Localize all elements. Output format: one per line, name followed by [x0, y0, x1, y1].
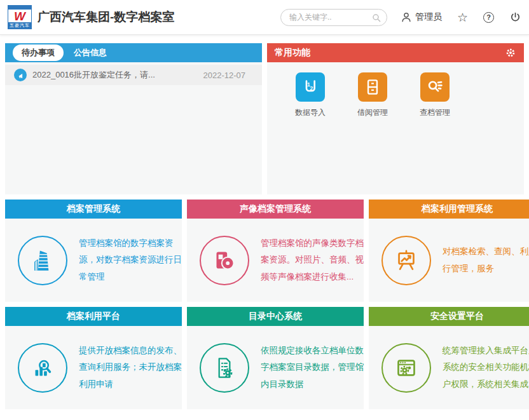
notice-list-item[interactable]: 2022_0016批开放鉴定任务，请... 2022-12-07 [5, 65, 262, 85]
wuling-w-icon: W [8, 10, 31, 22]
user-icon [400, 11, 413, 24]
todo-panel-header: 待办事项 公告信息 [5, 43, 262, 62]
quick-item-data-import[interactable]: 12 数据导入 [295, 72, 326, 194]
tab-todo[interactable]: 待办事项 [13, 44, 64, 61]
card-title: 档案利用平台 [5, 307, 182, 326]
cabinet-icon [358, 72, 387, 102]
quick-panel-title: 常用功能 [275, 47, 310, 58]
wuling-logo: W 五菱汽车 [8, 5, 32, 29]
card-title: 目录中心系统 [187, 307, 364, 326]
presentation-chart-icon [381, 236, 431, 285]
notice-text: 2022_0016批开放鉴定任务，请... [32, 69, 196, 81]
data-import-icon: 12 [296, 72, 325, 102]
quick-item-label: 借阅管理 [357, 107, 388, 118]
card-archive-usage-platform[interactable]: 档案利用平台 提供开放档案信息的发布、查询利用服务；未开放档案利用申请 [5, 307, 182, 409]
todo-panel: 待办事项 公告信息 2022_0016批开放鉴定任务，请... 2022-12-… [5, 43, 262, 194]
quick-panel-header: 常用功能 [267, 43, 524, 62]
page-title: 广西汽车集团-数字档案室 [38, 9, 174, 25]
document-gear-icon [200, 343, 249, 393]
help-icon[interactable]: ? [483, 12, 494, 23]
quick-item-archive-search[interactable]: 查档管理 [420, 72, 450, 194]
svg-text:2: 2 [310, 85, 313, 91]
tab-announcements[interactable]: 公告信息 [74, 47, 107, 58]
notice-date: 2022-12-07 [203, 71, 246, 80]
card-archive-usage-management[interactable]: 档案利用管理系统 对档案检索、查阅、利用进行管理，服务 [369, 200, 529, 302]
card-description: 提供开放档案信息的发布、查询利用服务；未开放档案利用申请 [79, 342, 182, 393]
building-icon [18, 236, 67, 285]
gear-icon[interactable] [505, 47, 516, 58]
announcement-icon [14, 69, 27, 81]
photo-disc-icon [200, 236, 249, 285]
quick-item-borrow-management[interactable]: 借阅管理 [357, 72, 388, 194]
search-file-icon [420, 72, 450, 102]
quick-item-label: 数据导入 [295, 107, 326, 118]
favorite-star-icon[interactable]: ☆ [457, 11, 468, 24]
top-bar: W 五菱汽车 广西汽车集团-数字档案室 管理员 ☆ ? [0, 0, 529, 35]
user-menu[interactable]: 管理员 [400, 11, 442, 24]
card-title: 声像档案管理系统 [187, 200, 364, 219]
card-archive-management[interactable]: 档案管理系统 管理档案馆的数字档案资源，对数字档案资源进行日常管理 [5, 200, 182, 302]
main-content: 待办事项 公告信息 2022_0016批开放鉴定任务，请... 2022-12-… [0, 35, 529, 409]
card-security-settings-platform[interactable]: 安全设置平台 统筹管理接入集成平台所有系统的安全相关功能机构用户权限，系统相关集… [369, 307, 529, 409]
card-description: 统筹管理接入集成平台所有系统的安全相关功能机构用户权限，系统相关集成... [443, 342, 529, 393]
quick-item-label: 查档管理 [420, 107, 450, 118]
logout-power-icon[interactable] [509, 11, 521, 24]
card-title: 档案管理系统 [5, 200, 182, 219]
card-title: 档案利用管理系统 [369, 200, 529, 219]
browser-gear-icon [381, 343, 431, 393]
card-description: 依照规定接收各立档单位数字档案室目录数据，管理馆内目录数据 [261, 342, 364, 393]
card-description: 管理档案馆的数字档案资源，对数字档案资源进行日常管理 [79, 235, 182, 285]
quick-functions-panel: 常用功能 12 数据导入 借阅管理 [267, 43, 524, 194]
logo-caption: 五菱汽车 [8, 22, 31, 29]
card-description: 管理档案馆的声像类数字档案资源。对照片、音频、视频等声像档案进行收集... [261, 235, 364, 285]
chart-search-icon [18, 343, 67, 393]
search-icon[interactable] [371, 13, 381, 23]
todo-panel-body: 2022_0016批开放鉴定任务，请... 2022-12-07 [5, 62, 262, 194]
search-box [280, 9, 387, 26]
user-name: 管理员 [415, 11, 442, 23]
card-catalog-center[interactable]: 目录中心系统 依照规定接收各立档单位数字档案 [187, 307, 364, 409]
card-av-archive-management[interactable]: 声像档案管理系统 管理档案馆的声像类数字档案资源。对照片、音频、视频等声像档案进… [187, 200, 364, 302]
card-description: 对档案检索、查阅、利用进行管理，服务 [443, 243, 529, 277]
card-title: 安全设置平台 [369, 307, 529, 326]
quick-panel-body: 12 数据导入 借阅管理 查档管理 [267, 62, 524, 194]
